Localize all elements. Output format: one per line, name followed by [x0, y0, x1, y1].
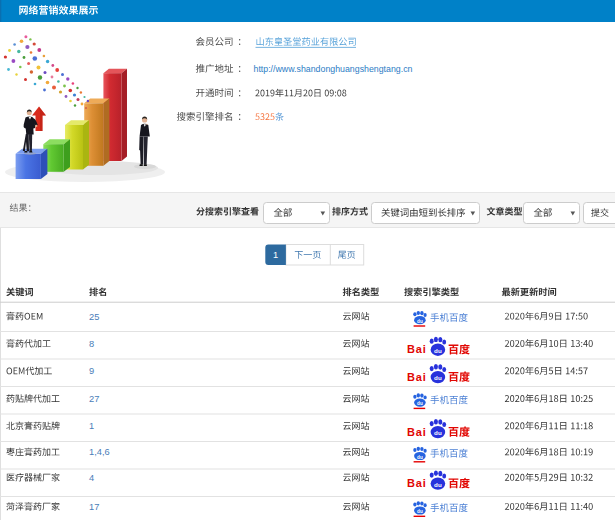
- svg-text:du: du: [434, 481, 442, 488]
- svg-text:25: 25: [89, 312, 99, 322]
- svg-text:17: 17: [89, 502, 99, 512]
- svg-text:du: du: [434, 347, 442, 354]
- svg-text:1: 1: [89, 421, 94, 431]
- svg-text:du: du: [417, 509, 423, 514]
- svg-text:du: du: [417, 319, 423, 324]
- svg-text:Bai: Bai: [407, 426, 427, 438]
- svg-text:http://www.shandonghuangshengt: http://www.shandonghuangshengtang.cn: [254, 64, 413, 74]
- svg-text:du: du: [434, 374, 442, 381]
- svg-text:Bai: Bai: [407, 343, 427, 355]
- svg-text:1: 1: [273, 250, 278, 260]
- svg-text:Bai: Bai: [407, 477, 427, 489]
- svg-text:8: 8: [89, 339, 94, 349]
- svg-text:27: 27: [89, 394, 99, 404]
- svg-text:1,4,6: 1,4,6: [89, 447, 110, 457]
- svg-text:du: du: [417, 401, 423, 406]
- svg-text:du: du: [434, 429, 442, 436]
- svg-text:9: 9: [89, 366, 94, 376]
- svg-text:Bai: Bai: [407, 371, 427, 383]
- svg-text:du: du: [417, 455, 423, 460]
- svg-text:4: 4: [89, 473, 94, 483]
